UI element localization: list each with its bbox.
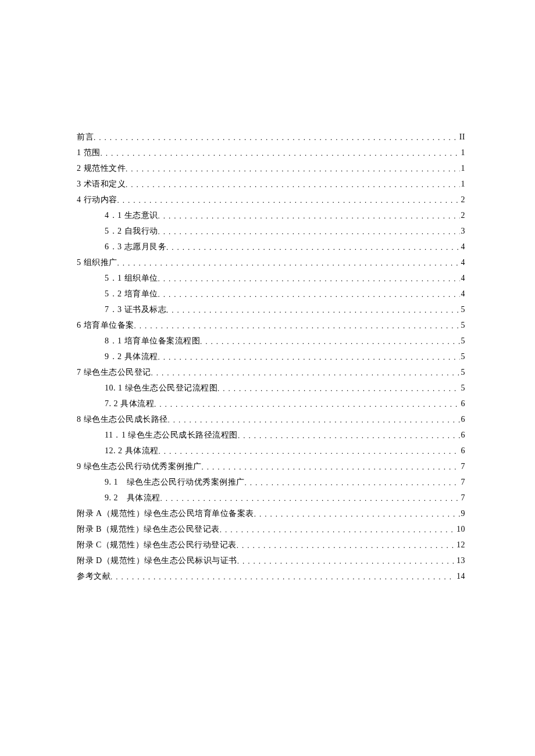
toc-entry: 8 绿色生态公民成长路径6 [77, 411, 465, 427]
toc-leader-dots [237, 553, 455, 569]
toc-leader-dots [166, 239, 460, 255]
toc-leader-dots [168, 412, 460, 428]
toc-leader-dots [126, 177, 460, 192]
toc-entry: 7 绿色生态公民登记5 [77, 364, 465, 380]
toc-entry: 7. 2 具体流程6 [77, 396, 465, 411]
toc-leader-dots [245, 475, 460, 490]
toc-leader-dots [220, 522, 455, 538]
toc-page-number: 3 [460, 223, 466, 239]
toc-label: 6 培育单位备案 [77, 317, 134, 333]
toc-entry: 6 培育单位备案5 [77, 317, 465, 333]
toc-label: 附录 D（规范性）绿色生态公民标识与证书 [77, 553, 237, 568]
toc-page-number: 1 [460, 145, 466, 160]
toc-label: 4．1 生态意识 [105, 207, 158, 223]
toc-label: 9．2 具体流程 [105, 349, 158, 364]
toc-entry: 4．1 生态意识2 [77, 207, 465, 223]
toc-label: 3 术语和定义 [77, 176, 126, 192]
toc-label: 10. 1 绿色生态公民登记流程图 [105, 380, 217, 396]
toc-entry: 5．2 培育单位4 [77, 286, 465, 302]
toc-label: 1 范围 [77, 145, 101, 160]
toc-label: 9. 1 绿色生态公民行动优秀案例推广 [105, 474, 245, 490]
toc-page-number: 6 [460, 411, 466, 427]
toc-label: 附录 C（规范性）绿色生态公民行动登记表 [77, 537, 237, 553]
toc-page-number: 6 [460, 443, 466, 458]
toc-label: 11．1 绿色生态公民成长路径流程图 [105, 427, 238, 443]
toc-label: 5．1 组织单位 [105, 270, 158, 286]
toc-entry: 4 行动内容2 [77, 192, 465, 207]
toc-page-number: 5 [460, 333, 466, 349]
toc-container: 前言II1 范围12 规范性文件13 术语和定义14 行动内容24．1 生态意识… [77, 129, 465, 584]
toc-page-number: 7 [460, 490, 466, 506]
toc-entry: 10. 1 绿色生态公民登记流程图5 [77, 380, 465, 396]
toc-leader-dots [237, 538, 455, 553]
toc-page-number: 5 [460, 380, 466, 396]
toc-leader-dots [134, 318, 460, 334]
toc-label: 4 行动内容 [77, 192, 117, 207]
toc-leader-dots [158, 208, 460, 224]
toc-entry: 前言II [77, 129, 465, 145]
toc-label: 8 绿色生态公民成长路径 [77, 411, 168, 427]
toc-entry: 2 规范性文件1 [77, 160, 465, 176]
toc-entry: 6．3 志愿月艮务4 [77, 239, 465, 255]
toc-leader-dots [151, 365, 460, 381]
toc-entry: 9. 1 绿色生态公民行动优秀案例推广7 [77, 474, 465, 490]
toc-page-number: 10 [455, 521, 465, 537]
toc-page-number: 13 [455, 553, 465, 568]
toc-label: 5．2 自我行动 [105, 223, 158, 239]
toc-page-number: 6 [460, 396, 466, 411]
toc-label: 参考文献 [77, 568, 110, 584]
toc-entry: 3 术语和定义1 [77, 176, 465, 192]
toc-leader-dots [202, 459, 460, 475]
toc-page-number: 5 [460, 302, 466, 317]
toc-label: 9. 2 具体流程 [105, 490, 160, 506]
toc-page-number: 5 [460, 317, 466, 333]
toc-entry: 12. 2 具体流程6 [77, 443, 465, 458]
toc-leader-dots [158, 349, 460, 365]
toc-leader-dots [158, 286, 460, 302]
toc-label: 7 绿色生态公民登记 [77, 364, 151, 380]
toc-page-number: 4 [460, 286, 466, 302]
toc-page-number: 12 [455, 537, 465, 553]
toc-entry: 附录 D（规范性）绿色生态公民标识与证书13 [77, 553, 465, 568]
toc-page-number: 5 [460, 364, 466, 380]
toc-page-number: 4 [460, 270, 466, 286]
toc-page-number: 5 [460, 349, 466, 364]
toc-entry: 附录 B（规范性）绿色生态公民登记表10 [77, 521, 465, 537]
toc-entry: 9．2 具体流程5 [77, 349, 465, 364]
toc-label: 12. 2 具体流程 [105, 443, 159, 458]
toc-entry: 9. 2 具体流程7 [77, 490, 465, 506]
toc-entry: 11．1 绿色生态公民成长路径流程图6 [77, 427, 465, 443]
toc-entry: 附录 C（规范性）绿色生态公民行动登记表12 [77, 537, 465, 553]
toc-page-number: 4 [460, 255, 466, 270]
toc-page-number: 7 [460, 458, 466, 474]
toc-entry: 5．2 自我行动3 [77, 223, 465, 239]
toc-label: 7. 2 具体流程 [105, 396, 154, 411]
toc-page-number: 6 [460, 427, 466, 443]
toc-entry: 5 组织推广4 [77, 255, 465, 270]
toc-label: 5 组织推广 [77, 255, 117, 270]
toc-page-number: 7 [460, 474, 466, 490]
toc-label: 附录 B（规范性）绿色生态公民登记表 [77, 521, 220, 537]
toc-entry: 9 绿色生态公民行动优秀案例推广7 [77, 458, 465, 474]
toc-leader-dots [158, 224, 460, 239]
toc-entry: 附录 A（规范性）绿色生态公民培育单位备案表9 [77, 506, 465, 521]
toc-label: 8．1 培育单位备案流程图 [105, 333, 200, 349]
toc-entry: 8．1 培育单位备案流程图5 [77, 333, 465, 349]
toc-label: 5．2 培育单位 [105, 286, 158, 302]
toc-entry: 7．3 证书及标志5 [77, 302, 465, 317]
toc-leader-dots [166, 302, 460, 318]
toc-page-number: II [458, 129, 465, 145]
toc-entry: 1 范围1 [77, 145, 465, 160]
toc-leader-dots [126, 161, 460, 177]
toc-label: 前言 [77, 129, 94, 145]
toc-leader-dots [238, 428, 460, 443]
toc-page-number: 14 [455, 568, 465, 584]
toc-leader-dots [101, 145, 460, 161]
toc-label: 9 绿色生态公民行动优秀案例推广 [77, 458, 202, 474]
toc-page-number: 2 [460, 192, 466, 207]
toc-leader-dots [110, 569, 455, 585]
toc-leader-dots [158, 271, 460, 286]
toc-label: 6．3 志愿月艮务 [105, 239, 166, 255]
toc-leader-dots [254, 506, 460, 522]
toc-leader-dots [154, 396, 460, 412]
